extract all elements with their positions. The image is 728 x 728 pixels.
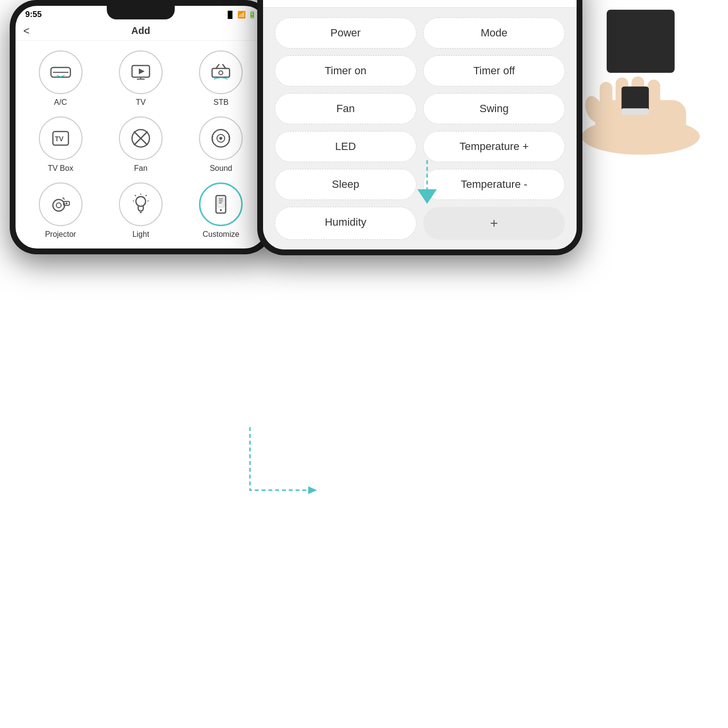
app-label-projector: Projector — [45, 230, 76, 239]
ac-btn-add[interactable]: + — [423, 207, 565, 240]
app-item-tv[interactable]: TV — [105, 50, 176, 107]
svg-text:TV: TV — [55, 135, 64, 143]
left-phone-screen: 9:55 ▐▌ 📶 🔋 < Add — [16, 6, 266, 248]
projector-icon — [39, 182, 83, 226]
svg-point-28 — [66, 202, 67, 204]
app-item-ac[interactable]: A/C — [25, 50, 96, 107]
app-item-projector[interactable]: Projector — [25, 182, 96, 239]
ac-btn-sleep[interactable]: Sleep — [275, 169, 416, 200]
light-icon — [119, 182, 163, 226]
app-item-stb[interactable]: STB — [186, 50, 256, 107]
app-label-tv: TV — [136, 98, 146, 107]
svg-line-36 — [135, 195, 136, 196]
hand-illustration — [568, 73, 713, 155]
app-grid: A/C TV — [16, 41, 266, 248]
app-label-sound: Sound — [210, 164, 232, 173]
left-time: 9:55 — [25, 10, 42, 19]
svg-line-34 — [146, 195, 147, 196]
ac-buttons-grid: Power Mode Timer on Timer off Fan Swing … — [263, 8, 577, 249]
right-phone-title: Air Conditioner — [378, 0, 463, 1]
left-phone-notch — [107, 6, 175, 19]
svg-marker-12 — [139, 68, 145, 74]
left-phone-title: Add — [132, 25, 150, 36]
app-label-tvbox: TV Box — [48, 164, 73, 173]
svg-line-29 — [63, 198, 65, 199]
svg-point-30 — [136, 197, 146, 206]
right-phone-header: < Air Conditioner Sorting — [263, 0, 577, 8]
right-phone: 12:08 ▐▌ 📶 🔋 < Air Conditioner Sorting P… — [257, 0, 582, 255]
app-label-stb: STB — [214, 98, 229, 107]
app-label-ac: A/C — [54, 98, 67, 107]
wifi-icon: 📶 — [237, 11, 246, 18]
svg-marker-45 — [417, 189, 437, 204]
battery-icon: 🔋 — [248, 11, 256, 18]
app-item-light[interactable]: Light — [105, 182, 176, 239]
svg-point-25 — [53, 199, 65, 211]
fan-icon — [119, 116, 163, 160]
app-item-tvbox[interactable]: TV TV Box — [25, 116, 96, 173]
right-back-arrow[interactable]: < — [273, 0, 280, 1]
left-phone-outer: 9:55 ▐▌ 📶 🔋 < Add — [10, 0, 272, 254]
app-item-sound[interactable]: Sound — [186, 116, 256, 173]
svg-point-24 — [219, 137, 222, 140]
svg-point-16 — [219, 71, 223, 75]
svg-rect-8 — [622, 108, 649, 115]
ac-btn-humidity[interactable]: Humidity — [275, 207, 416, 240]
tvbox-icon: TV — [39, 116, 83, 160]
svg-marker-44 — [308, 486, 317, 494]
app-label-customize: Customize — [203, 230, 240, 239]
svg-rect-5 — [647, 80, 660, 109]
left-status-icons: ▐▌ 📶 🔋 — [225, 11, 256, 18]
svg-rect-15 — [212, 68, 230, 77]
svg-rect-7 — [622, 86, 649, 112]
right-phone-screen: 12:08 ▐▌ 📶 🔋 < Air Conditioner Sorting P… — [263, 0, 577, 249]
app-label-light: Light — [132, 230, 149, 239]
down-arrow — [408, 160, 447, 211]
ac-icon — [39, 50, 83, 94]
svg-point-26 — [56, 203, 61, 208]
right-phone-outer: 12:08 ▐▌ 📶 🔋 < Air Conditioner Sorting P… — [257, 0, 582, 255]
app-item-fan[interactable]: Fan — [105, 116, 176, 173]
device-container — [568, 10, 713, 155]
ac-btn-mode[interactable]: Mode — [423, 17, 565, 49]
left-phone-header: < Add — [16, 21, 266, 41]
app-item-customize[interactable]: Customize — [186, 182, 256, 239]
left-back-arrow[interactable]: < — [23, 25, 30, 37]
ac-btn-temp-plus[interactable]: Temperature + — [423, 131, 565, 162]
ir-device-box — [607, 10, 675, 73]
customize-icon — [199, 182, 243, 226]
ac-btn-timer-on[interactable]: Timer on — [275, 55, 416, 86]
left-phone: 9:55 ▐▌ 📶 🔋 < Add — [10, 0, 272, 254]
ac-btn-power[interactable]: Power — [275, 17, 416, 49]
signal-icon: ▐▌ — [225, 11, 235, 18]
tv-icon — [119, 50, 163, 94]
ac-btn-led[interactable]: LED — [275, 131, 416, 162]
connector-line — [245, 422, 342, 512]
app-label-fan: Fan — [134, 164, 148, 173]
ac-btn-swing[interactable]: Swing — [423, 93, 565, 124]
ac-btn-fan[interactable]: Fan — [275, 93, 416, 124]
ac-btn-timer-off[interactable]: Timer off — [423, 55, 565, 86]
svg-point-40 — [220, 209, 222, 211]
stb-icon — [199, 50, 243, 94]
sound-icon — [199, 116, 243, 160]
